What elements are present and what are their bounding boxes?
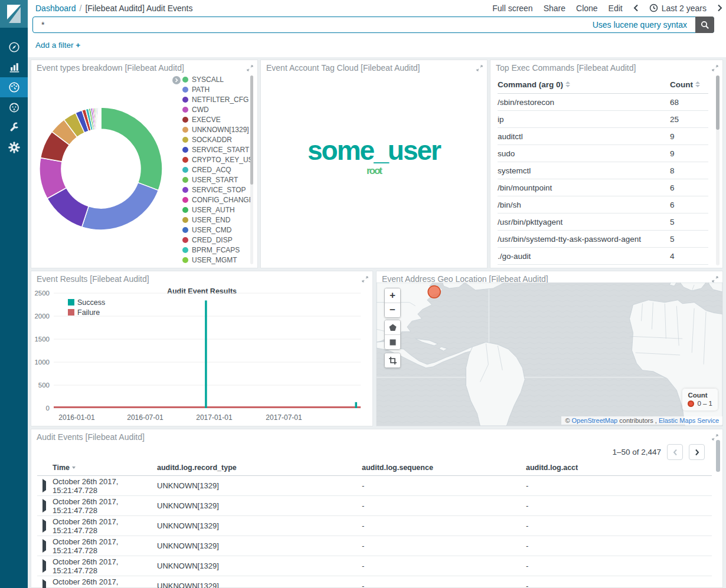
sidebar-item-management[interactable] xyxy=(0,137,28,157)
search-button[interactable] xyxy=(695,17,714,33)
legend-item[interactable]: CRED_ACQ xyxy=(182,165,251,175)
tag-root[interactable]: root xyxy=(261,166,487,177)
filter-bar: Add a filter + xyxy=(28,33,726,57)
toolbar-full-screen-button[interactable]: Full screen xyxy=(492,4,532,13)
legend-scrollbar[interactable] xyxy=(250,75,253,264)
table-scrollbar[interactable] xyxy=(716,440,720,585)
column-header-record-type[interactable]: auditd.log.record_type xyxy=(157,464,362,472)
expand-row-icon[interactable] xyxy=(42,479,46,492)
legend-item[interactable]: USER_AUTH xyxy=(182,205,251,215)
panel-event-types-breakdown: Event types breakdown [Filebeat Auditd] … xyxy=(31,60,258,268)
table-row[interactable]: /usr/bin/pkttyagent5 xyxy=(498,213,708,231)
column-header-command[interactable]: Command (arg 0) xyxy=(498,80,670,89)
table-row[interactable]: ip25 xyxy=(498,111,708,128)
time-forward-icon[interactable] xyxy=(717,4,722,12)
table-row[interactable]: October 26th 2017, 15:21:47.728UNKNOWN[1… xyxy=(37,476,712,496)
x-axis-tick-label: 2017-07-01 xyxy=(266,413,302,422)
legend-item[interactable]: CONFIG_CHANGE xyxy=(182,195,251,205)
donut-slice-PATH[interactable] xyxy=(82,183,159,230)
sidebar-item-visualize[interactable] xyxy=(0,57,28,77)
legend-item[interactable]: CWD xyxy=(182,104,251,114)
prev-page-button[interactable] xyxy=(667,444,683,460)
expand-row-icon[interactable] xyxy=(42,559,46,573)
legend-item[interactable]: PATH xyxy=(182,84,251,94)
table-row[interactable]: sudo9 xyxy=(498,145,708,162)
search-input[interactable]: * Uses lucene query syntax xyxy=(32,17,714,33)
expand-row-icon[interactable] xyxy=(42,499,46,513)
tag-some_user[interactable]: some_user xyxy=(261,136,487,166)
lucene-syntax-link[interactable]: Uses lucene query syntax xyxy=(593,20,687,29)
legend-item[interactable]: CRYPTO_SESSION xyxy=(182,265,251,265)
draw-rectangle-button[interactable] xyxy=(385,334,400,349)
legend-label: NETFILTER_CFG xyxy=(192,96,248,104)
dashboard-gauge-icon xyxy=(8,81,21,94)
legend-item[interactable]: CRED_DISP xyxy=(182,235,251,245)
expand-panel-icon[interactable] xyxy=(362,276,368,282)
column-header-time[interactable]: Time xyxy=(53,464,157,472)
time-back-icon[interactable] xyxy=(633,4,639,12)
legend-item[interactable]: SERVICE_START xyxy=(182,144,251,155)
expand-panel-icon[interactable] xyxy=(712,65,718,71)
column-header-acct[interactable]: auditd.log.acct xyxy=(526,464,712,472)
table-row[interactable]: October 26th 2017, 15:21:47.728UNKNOWN[1… xyxy=(37,496,712,516)
legend-item[interactable]: SERVICE_STOP xyxy=(182,185,251,195)
table-row[interactable]: /bin/mountpoint6 xyxy=(498,179,708,196)
donut-slice-CRYPTO_SESSION[interactable] xyxy=(100,107,101,129)
expand-row-icon[interactable] xyxy=(42,579,46,588)
kibana-logo[interactable] xyxy=(0,0,28,28)
toolbar-edit-button[interactable]: Edit xyxy=(609,4,623,13)
table-row[interactable]: auditctl9 xyxy=(498,128,708,145)
legend-item[interactable]: SOCKADDR xyxy=(182,134,251,144)
toolbar-clone-button[interactable]: Clone xyxy=(576,4,598,13)
draw-polygon-button[interactable] xyxy=(385,320,400,334)
legend-label: CRED_DISP xyxy=(192,236,233,244)
legend-item[interactable]: USER_CMD xyxy=(182,225,251,235)
legend-item[interactable]: SYSCALL xyxy=(182,74,251,84)
legend-item[interactable]: BPRM_FCAPS xyxy=(182,245,251,255)
query-value[interactable]: * xyxy=(33,20,593,29)
legend-item[interactable]: CRYPTO_KEY_USER xyxy=(182,155,251,165)
legend-item[interactable]: USER_END xyxy=(182,215,251,225)
table-row[interactable]: systemctl8 xyxy=(498,162,708,179)
legend-item[interactable]: UNKNOWN[1329] xyxy=(182,124,251,134)
time-picker[interactable]: Last 2 years xyxy=(649,4,707,13)
sidebar-item-discover[interactable] xyxy=(0,37,28,57)
sidebar-item-dev-tools[interactable] xyxy=(0,117,28,137)
table-row[interactable]: ./go-audit4 xyxy=(498,248,708,265)
zoom-out-button[interactable]: − xyxy=(385,303,400,317)
next-page-button[interactable] xyxy=(689,444,705,460)
map-canvas[interactable]: + − xyxy=(377,282,722,426)
expand-row-cell xyxy=(37,541,53,550)
elastic-maps-service-link[interactable]: Elastic Maps Service xyxy=(659,417,719,424)
breadcrumb-dashboard-link[interactable]: Dashboard xyxy=(35,4,76,13)
table-row[interactable]: /sbin/restorecon68 xyxy=(498,94,708,111)
table-row[interactable]: /usr/bin/systemd-tty-ask-password-agent5 xyxy=(498,231,708,248)
legend-item[interactable]: USER_START xyxy=(182,175,251,185)
add-filter-button[interactable]: Add a filter + xyxy=(35,41,80,50)
table-row[interactable]: October 26th 2017, 15:21:47.728UNKNOWN[1… xyxy=(37,536,712,556)
expand-panel-icon[interactable] xyxy=(476,65,483,71)
expand-row-icon[interactable] xyxy=(42,539,46,553)
table-scrollbar[interactable] xyxy=(716,75,720,265)
table-row[interactable]: /bin/sh6 xyxy=(498,196,708,213)
legend-item[interactable]: NETFILTER_CFG xyxy=(182,94,251,104)
toolbar-share-button[interactable]: Share xyxy=(544,4,565,13)
column-header-count[interactable]: Count xyxy=(670,80,708,89)
table-row[interactable]: October 26th 2017, 15:21:47.728UNKNOWN[1… xyxy=(37,576,712,588)
table-row[interactable]: October 26th 2017, 15:21:47.728UNKNOWN[1… xyxy=(37,556,712,576)
sidebar-item-dashboard[interactable] xyxy=(0,77,28,97)
legend-item[interactable]: USER_MGMT xyxy=(182,255,251,265)
legend-item[interactable]: EXECVE xyxy=(182,114,251,124)
expand-panel-icon[interactable] xyxy=(712,276,718,282)
column-header-sequence[interactable]: auditd.log.sequence xyxy=(362,464,526,472)
line-chart: 050010001500200025002016-01-012016-07-01… xyxy=(31,283,372,426)
legend-scroll-button[interactable] xyxy=(172,76,181,84)
openstreetmap-link[interactable]: OpenStreetMap xyxy=(572,417,618,424)
table-row[interactable]: October 26th 2017, 15:21:47.728UNKNOWN[1… xyxy=(37,516,712,536)
donut-slice-SYSCALL[interactable] xyxy=(101,107,162,190)
zoom-in-button[interactable]: + xyxy=(385,288,400,303)
sidebar-item-timelion[interactable] xyxy=(0,97,28,117)
legend-color-dot xyxy=(182,117,188,123)
expand-row-icon[interactable] xyxy=(42,519,46,533)
fit-bounds-button[interactable] xyxy=(385,353,400,367)
